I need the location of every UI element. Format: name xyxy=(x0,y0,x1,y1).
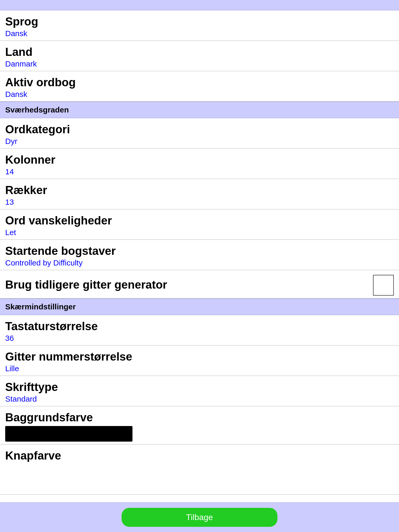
baggrundsfarve-swatch[interactable] xyxy=(5,426,132,442)
aktiv-ordbog-setting[interactable]: Aktiv ordbog Dansk xyxy=(0,71,399,102)
kolonner-setting[interactable]: Kolonner 14 xyxy=(0,149,399,179)
land-label: Land xyxy=(5,45,394,58)
skrifttype-label: Skrifttype xyxy=(5,381,394,394)
sprog-setting[interactable]: Sprog Dansk xyxy=(0,10,399,41)
ordkategori-setting[interactable]: Ordkategori Dyr xyxy=(0,118,399,149)
aktiv-ordbog-label: Aktiv ordbog xyxy=(5,76,394,89)
ordkategori-label: Ordkategori xyxy=(5,123,394,136)
knapfarve-label: Knapfarve xyxy=(5,449,394,462)
skrifttype-value: Standard xyxy=(5,395,394,403)
bottom-bar: Tilbage xyxy=(0,502,399,532)
land-value: Danmark xyxy=(5,59,394,68)
brug-tidligere-checkbox[interactable] xyxy=(373,275,394,296)
tastaturstorrelse-setting[interactable]: Tastaturstørrelse 36 xyxy=(0,315,399,345)
tastaturstorrelse-value: 36 xyxy=(5,334,394,343)
land-setting[interactable]: Land Danmark xyxy=(0,41,399,71)
ord-vanskeligheder-label: Ord vanskeligheder xyxy=(5,214,394,227)
gitter-nummerstorrelse-value: Lille xyxy=(5,364,394,373)
top-bar xyxy=(0,0,399,10)
ord-vanskeligheder-value: Let xyxy=(5,228,394,237)
ord-vanskeligheder-setting[interactable]: Ord vanskeligheder Let xyxy=(0,209,399,240)
gitter-nummerstorrelse-label: Gitter nummerstørrelse xyxy=(5,350,394,363)
kolonner-label: Kolonner xyxy=(5,153,394,166)
startende-bogstaver-setting[interactable]: Startende bogstaver Controlled by Diffic… xyxy=(0,240,399,270)
section-header-screen: Skærmindstillinger xyxy=(0,298,399,315)
baggrundsfarve-label: Baggrundsfarve xyxy=(5,411,394,424)
startende-bogstaver-value: Controlled by Difficulty xyxy=(5,258,394,267)
sprog-value: Dansk xyxy=(5,29,394,38)
raekker-setting[interactable]: Rækker 13 xyxy=(0,179,399,209)
tastaturstorrelse-label: Tastaturstørrelse xyxy=(5,320,394,333)
kolonner-value: 14 xyxy=(5,167,394,176)
section-header-difficulty: Sværhedsgraden xyxy=(0,102,399,118)
back-button[interactable]: Tilbage xyxy=(122,508,277,527)
knapfarve-setting[interactable]: Knapfarve xyxy=(0,444,399,495)
sprog-label: Sprog xyxy=(5,15,394,28)
raekker-value: 13 xyxy=(5,198,394,207)
baggrundsfarve-setting[interactable]: Baggrundsfarve xyxy=(0,406,399,444)
skrifttype-setting[interactable]: Skrifttype Standard xyxy=(0,376,399,406)
startende-bogstaver-label: Startende bogstaver xyxy=(5,244,394,257)
brug-tidligere-setting[interactable]: Brug tidligere gitter generator xyxy=(0,270,399,298)
aktiv-ordbog-value: Dansk xyxy=(5,90,394,99)
ordkategori-value: Dyr xyxy=(5,137,394,146)
raekker-label: Rækker xyxy=(5,184,394,197)
brug-tidligere-label: Brug tidligere gitter generator xyxy=(5,278,167,291)
gitter-nummerstorrelse-setting[interactable]: Gitter nummerstørrelse Lille xyxy=(0,345,399,376)
